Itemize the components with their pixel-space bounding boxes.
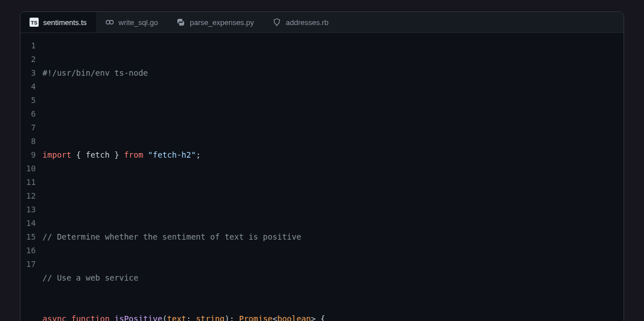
editor-window: TS sentiments.ts write_sql.go parse_expe… [20, 11, 624, 321]
tab-parse-expenses[interactable]: parse_expenses.py [167, 12, 263, 32]
code-line: // Determine whether the sentiment of te… [43, 230, 624, 244]
tab-addresses[interactable]: addresses.rb [263, 12, 338, 32]
code-line: async function isPositive(text: string):… [43, 312, 624, 321]
tab-label: parse_expenses.py [190, 18, 254, 27]
code-line: import { fetch } from "fetch-h2"; [43, 148, 624, 162]
line-gutter: 1 2 3 4 5 6 7 8 9 10 11 12 13 14 15 16 1… [20, 39, 43, 321]
code-line: #!/usr/bin/env ts-node [43, 66, 624, 80]
go-icon [105, 18, 114, 27]
tab-label: write_sql.go [119, 18, 158, 27]
ruby-icon [272, 18, 281, 27]
code-editor[interactable]: 1 2 3 4 5 6 7 8 9 10 11 12 13 14 15 16 1… [20, 33, 624, 321]
tab-label: sentiments.ts [43, 18, 87, 27]
code-line [43, 189, 624, 203]
ts-icon: TS [30, 18, 39, 27]
tab-bar: TS sentiments.ts write_sql.go parse_expe… [20, 12, 624, 33]
svg-text:TS: TS [31, 20, 38, 26]
python-icon [176, 18, 185, 27]
code-line: // Use a web service [43, 271, 624, 285]
tab-write-sql[interactable]: write_sql.go [96, 12, 167, 32]
tab-label: addresses.rb [286, 18, 329, 27]
tab-sentiments[interactable]: TS sentiments.ts [20, 12, 96, 32]
code-content: #!/usr/bin/env ts-node import { fetch } … [43, 39, 624, 321]
code-line [43, 107, 624, 121]
